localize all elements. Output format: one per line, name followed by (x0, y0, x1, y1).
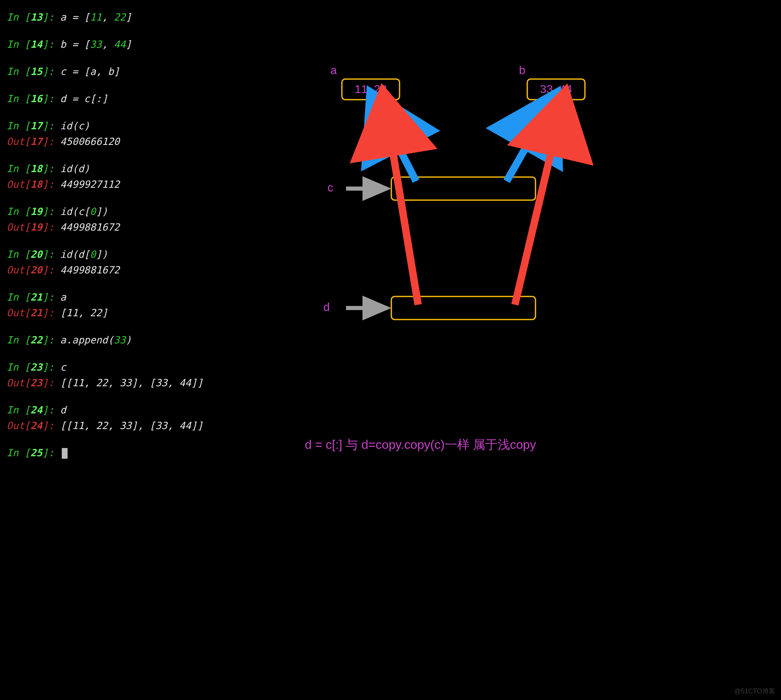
diagram-label-a: a (330, 64, 337, 77)
arrow-d-to-a (385, 105, 418, 305)
diagram-label-c: c (327, 181, 333, 194)
memory-diagram: a b c d 11, 22 33, 44 (305, 58, 676, 428)
diagram-box-b-text: 33, 44 (540, 83, 572, 96)
diagram-caption: d = c[:] 与 d=copy.copy(c)一样 属于浅copy (305, 436, 536, 453)
diagram-box-a-text: 11, 22 (355, 83, 387, 96)
input-cell: In [13]: a = [11, 22] (7, 10, 774, 25)
diagram-label-b: b (519, 64, 526, 77)
cursor[interactable] (62, 448, 68, 459)
watermark: @51CTO博客 (734, 687, 775, 696)
input-cell: In [14]: b = [33, 44] (7, 37, 774, 52)
arrow-d-to-b (515, 105, 562, 305)
diagram-label-d: d (323, 301, 330, 313)
